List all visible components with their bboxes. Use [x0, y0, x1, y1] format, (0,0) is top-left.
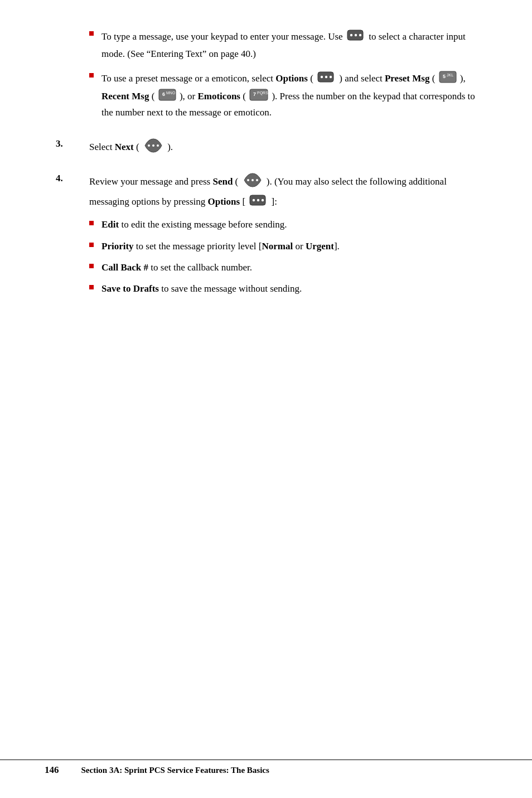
svg-text:5: 5: [443, 74, 446, 79]
svg-text:7: 7: [253, 91, 256, 97]
svg-point-26: [262, 199, 264, 201]
options-icon-small: [346, 28, 365, 47]
bullet-icon: [89, 264, 94, 268]
options-icon-4: [249, 193, 268, 212]
svg-text:MNO: MNO: [166, 91, 176, 95]
svg-point-24: [253, 199, 255, 201]
bullet-icon: [89, 285, 94, 289]
footer-page-number: 146: [45, 765, 59, 776]
intro-bullet-list: To type a message, use your keypad to en…: [89, 28, 487, 120]
sub-bullet-priority: Priority to set the message priority lev…: [101, 239, 487, 254]
svg-text:6: 6: [162, 91, 165, 97]
bold-preset-msg: Preset Msg: [385, 73, 429, 84]
svg-text:JKL: JKL: [447, 73, 453, 77]
bold-normal: Normal: [262, 241, 293, 252]
svg-point-7: [330, 75, 332, 78]
next-icon: [143, 137, 164, 158]
step-4-content: Review your message and press Send ( ). …: [89, 172, 487, 303]
bullet-icon: [89, 221, 94, 225]
bullet-text-2: To use a preset message or a emoticon, s…: [101, 70, 487, 120]
sub-bullet-drafts: Save to Drafts to save the message witho…: [101, 282, 487, 296]
step-4-number: 4.: [56, 172, 89, 184]
bold-callback: Call Back #: [101, 262, 148, 273]
bullet-icon: [89, 31, 94, 36]
bold-options-4: Options: [208, 196, 240, 207]
page: To type a message, use your keypad to en…: [0, 0, 532, 798]
svg-point-21: [252, 179, 254, 181]
list-item: Save to Drafts to save the message witho…: [89, 282, 487, 296]
bold-emoticons: Emoticons: [197, 91, 240, 101]
list-item: Edit to edit the existing message before…: [89, 217, 487, 232]
svg-point-1: [350, 34, 352, 36]
list-item: To use a preset message or a emoticon, s…: [89, 70, 487, 120]
bold-urgent: Urgent: [306, 241, 334, 252]
bold-edit: Edit: [101, 219, 119, 230]
options-icon: [317, 70, 336, 89]
svg-point-25: [257, 199, 259, 201]
svg-point-5: [321, 75, 323, 78]
svg-point-2: [355, 34, 357, 36]
step-3-number: 3.: [56, 137, 89, 149]
svg-text:PQRS: PQRS: [257, 91, 268, 95]
bold-send: Send: [212, 176, 233, 187]
sub-bullet-edit: Edit to edit the existing message before…: [101, 217, 487, 232]
svg-point-17: [148, 144, 150, 147]
bold-options: Options: [275, 73, 308, 84]
content-area: To type a message, use your keypad to en…: [89, 28, 487, 303]
sub-bullet-list: Edit to edit the existing message before…: [89, 217, 487, 296]
step-4: 4. Review your message and press Send ( …: [56, 172, 487, 303]
list-item: Call Back # to set the callback number.: [89, 260, 487, 275]
key-7-icon: 7 PQRS: [249, 89, 268, 105]
svg-point-22: [256, 179, 258, 181]
list-item: To type a message, use your keypad to en…: [89, 28, 487, 62]
step-3-content: Select Next ( ).: [89, 137, 487, 158]
svg-point-20: [247, 179, 249, 181]
send-icon: [242, 172, 263, 193]
bullet-text-1: To type a message, use your keypad to en…: [101, 28, 487, 62]
svg-point-19: [157, 144, 159, 147]
bold-save-drafts: Save to Drafts: [101, 283, 159, 294]
step-3: 3. Select Next ( ).: [56, 137, 487, 158]
svg-point-18: [152, 144, 154, 147]
footer-section-text: Section 3A: Sprint PCS Service Features:…: [81, 766, 269, 775]
footer: 146 Section 3A: Sprint PCS Service Featu…: [0, 760, 532, 776]
key-6-icon: 6 MNO: [158, 89, 176, 105]
bold-next: Next: [115, 142, 134, 152]
svg-point-3: [359, 34, 361, 36]
svg-point-6: [325, 75, 327, 78]
bullet-icon: [89, 243, 94, 247]
bullet-icon: [89, 73, 94, 78]
list-item: Priority to set the message priority lev…: [89, 239, 487, 254]
key-5-icon: 5 JKL: [439, 71, 457, 88]
bold-priority: Priority: [101, 241, 134, 252]
bold-recent-msg: Recent Msg: [101, 91, 149, 101]
sub-bullet-callback: Call Back # to set the callback number.: [101, 260, 487, 275]
